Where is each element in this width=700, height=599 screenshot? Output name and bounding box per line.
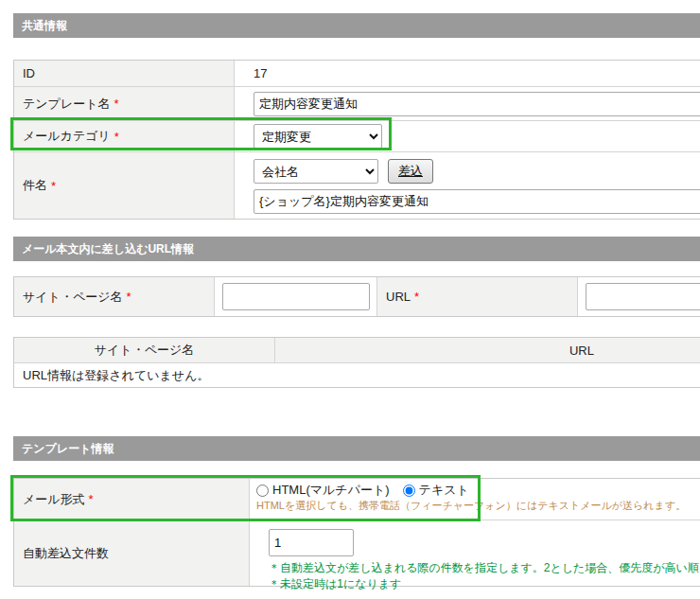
auto-insert-label: 自動差込文件数 (14, 520, 250, 586)
mail-format-note: HTMLを選択しても、携帯電話（フィーチャーフォン）にはテキストメールが送られま… (256, 499, 700, 513)
radio-option-html[interactable]: HTML(マルチパート) (256, 482, 390, 499)
row-auto-insert-count: 自動差込文件数 ＊自動差込文が差し込まれる際の件数を指定します。2とした場合、優… (14, 520, 700, 586)
template-name-label: テンプレート名 * (14, 87, 235, 120)
url-list-empty-message: URL情報は登録されていません。 (14, 363, 700, 387)
mail-format-label: メール形式 * (14, 479, 250, 520)
required-marker: * (51, 179, 56, 193)
site-page-label: サイト・ページ名 * (14, 277, 215, 316)
required-marker: * (414, 290, 419, 304)
mail-category-label: メールカテゴリ * (14, 121, 235, 151)
url-list-header-row: サイト・ページ名 URL (14, 338, 700, 362)
url-list-empty-row: URL情報は登録されていません。 (14, 362, 700, 387)
insert-button[interactable]: 差込 (388, 159, 433, 184)
row-id: ID 17 (14, 61, 700, 86)
required-marker: * (114, 97, 119, 111)
email-template-edit-page: 共通情報 ID 17 テンプレート名 * メールカテゴリ * (0, 0, 700, 599)
template-name-input[interactable] (254, 92, 700, 116)
url-list-header-url: URL (275, 338, 700, 362)
subject-insert-select[interactable]: 会社名 (254, 159, 378, 184)
url-entry-form: サイト・ページ名 * URL * (13, 276, 700, 317)
radio-option-text[interactable]: テキスト (403, 482, 469, 499)
url-list-table: サイト・ページ名 URL URL情報は登録されていません。 (13, 337, 700, 388)
row-mail-category: メールカテゴリ * 定期変更 (14, 120, 700, 151)
required-marker: * (89, 492, 94, 506)
section-header-template-info: テンプレート情報 (13, 436, 700, 461)
auto-insert-note-2: ＊未設定時は1になります (269, 576, 700, 592)
mail-category-select[interactable]: 定期変更 (254, 124, 382, 149)
required-marker: * (114, 130, 119, 144)
html-multipart-radio[interactable] (256, 484, 269, 497)
id-label: ID (14, 61, 235, 86)
id-value: 17 (235, 61, 700, 86)
row-mail-format: メール形式 * HTML(マルチパート) テキスト HTMLを選択しても、携帯電… (14, 479, 700, 520)
url-input[interactable] (586, 283, 700, 310)
text-radio[interactable] (403, 484, 415, 497)
section-header-common: 共通情報 (13, 13, 700, 38)
subject-input[interactable] (254, 189, 700, 214)
url-label: URL * (377, 277, 578, 316)
row-subject: 件名 * 会社名 差込 (14, 151, 700, 219)
common-info-table: ID 17 テンプレート名 * メールカテゴリ * 定期変更 (13, 60, 700, 220)
template-info-table: メール形式 * HTML(マルチパート) テキスト HTMLを選択しても、携帯電… (13, 478, 700, 587)
auto-insert-note-1: ＊自動差込文が差し込まれる際の件数を指定します。2とした場合、優先度が高い順に２… (269, 560, 700, 576)
required-marker: * (127, 290, 131, 304)
row-template-name: テンプレート名 * (14, 86, 700, 120)
subject-label: 件名 * (14, 152, 235, 219)
url-list-header-site-page: サイト・ページ名 (14, 338, 275, 362)
section-header-url-info: メール本文内に差し込むURL情報 (13, 237, 700, 261)
site-page-input[interactable] (222, 283, 370, 310)
auto-insert-count-input[interactable] (269, 529, 354, 556)
